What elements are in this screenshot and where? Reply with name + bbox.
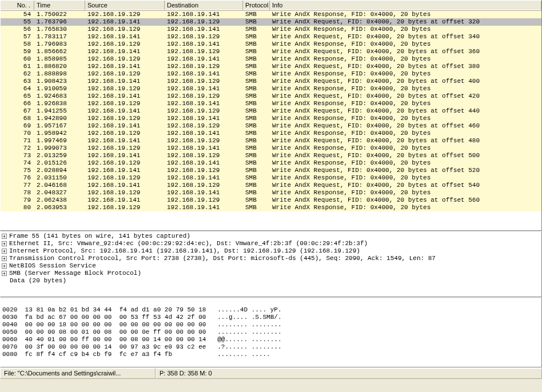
- packet-row[interactable]: 611.886820192.168.19.141192.168.19.129SM…: [1, 63, 541, 70]
- packet-row[interactable]: 661.926838192.168.19.129192.168.19.141SM…: [1, 100, 541, 107]
- cell-src: 192.168.19.141: [85, 182, 165, 189]
- cell-src: 192.168.19.129: [85, 70, 165, 78]
- cell-time: 1.924683: [34, 93, 85, 100]
- cell-no: 59: [1, 48, 34, 55]
- packet-row[interactable]: 631.908423192.168.19.141192.168.19.129SM…: [1, 78, 541, 85]
- packet-bytes-pane[interactable]: 0020 13 81 0a b2 01 bd 34 44 f4 ad d1 a0…: [0, 297, 542, 367]
- cell-no: 64: [1, 85, 34, 93]
- packet-details-pane[interactable]: +Frame 55 (141 bytes on wire, 141 bytes …: [0, 231, 542, 297]
- cell-proto: SMB: [243, 100, 270, 107]
- packet-row[interactable]: 711.997469192.168.19.141192.168.19.129SM…: [1, 137, 541, 145]
- cell-dst: 192.168.19.129: [165, 18, 243, 26]
- tree-label: Ethernet II, Src: Vmware_92:d4:ec (00:0c…: [9, 240, 368, 247]
- packet-row[interactable]: 601.858985192.168.19.129192.168.19.141SM…: [1, 55, 541, 63]
- cell-no: 72: [1, 145, 34, 152]
- column-header-info[interactable]: Info: [270, 1, 541, 10]
- packet-row[interactable]: 701.958942192.168.19.129192.168.19.141SM…: [1, 130, 541, 137]
- cell-info: Write AndX Request, FID: 0x4000, 20 byte…: [270, 63, 541, 70]
- cell-dst: 192.168.19.141: [165, 41, 243, 48]
- hex-line[interactable]: 0070 00 3f 00 00 00 00 00 14 00 97 a3 9c…: [1, 343, 541, 351]
- packet-row[interactable]: 762.031150192.168.19.129192.168.19.141SM…: [1, 174, 541, 182]
- cell-proto: SMB: [243, 122, 270, 130]
- hex-line[interactable]: 0020 13 81 0a b2 01 bd 34 44 f4 ad d1 a0…: [1, 306, 541, 314]
- hex-line[interactable]: 0040 00 00 00 18 00 00 00 00 00 00 00 00…: [1, 321, 541, 329]
- expand-icon[interactable]: +: [2, 263, 7, 269]
- column-header-source[interactable]: Source: [85, 1, 165, 10]
- expand-icon[interactable]: +: [2, 256, 7, 261]
- protocol-tree-item[interactable]: +Transmission Control Protocol, Src Port…: [1, 255, 541, 262]
- cell-dst: 192.168.19.129: [165, 78, 243, 85]
- expand-icon[interactable]: +: [2, 249, 7, 254]
- hex-line[interactable]: 0050 00 00 00 08 00 01 00 08 00 00 0e ff…: [1, 329, 541, 336]
- packet-row[interactable]: 541.750022192.168.19.129192.168.19.141SM…: [1, 11, 541, 18]
- protocol-tree-item[interactable]: +Ethernet II, Src: Vmware_92:d4:ec (00:0…: [1, 240, 541, 247]
- packet-row[interactable]: 752.028894192.168.19.141192.168.19.129SM…: [1, 167, 541, 174]
- cell-time: 1.886820: [34, 63, 85, 70]
- cell-proto: SMB: [243, 189, 270, 197]
- column-header-time[interactable]: Time: [34, 1, 85, 10]
- cell-info: Write AndX Response, FID: 0x4000, 20 byt…: [270, 85, 541, 93]
- hex-line[interactable]: 0060 40 40 01 00 00 ff 00 00 00 08 00 14…: [1, 336, 541, 343]
- packet-row[interactable]: 651.924683192.168.19.141192.168.19.129SM…: [1, 93, 541, 100]
- packet-row[interactable]: 671.941255192.168.19.141192.168.19.129SM…: [1, 107, 541, 115]
- cell-no: 79: [1, 197, 34, 204]
- cell-info: Write AndX Request, FID: 0x4000, 20 byte…: [270, 48, 541, 55]
- cell-no: 66: [1, 100, 34, 107]
- packet-row[interactable]: 621.888898192.168.19.129192.168.19.141SM…: [1, 70, 541, 78]
- packet-row[interactable]: 792.062438192.168.19.141192.168.19.129SM…: [1, 197, 541, 204]
- cell-time: 2.028894: [34, 167, 85, 174]
- cell-dst: 192.168.19.141: [165, 159, 243, 167]
- cell-proto: SMB: [243, 159, 270, 167]
- cell-no: 73: [1, 152, 34, 159]
- tree-label: SMB (Server Message Block Protocol): [9, 270, 141, 277]
- column-header-destination[interactable]: Destination: [165, 1, 243, 10]
- cell-time: 1.796983: [34, 41, 85, 48]
- expand-icon[interactable]: +: [2, 234, 7, 239]
- hex-line[interactable]: 0030 fa bd ac 67 00 00 00 00 00 53 ff 53…: [1, 314, 541, 321]
- column-header-no[interactable]: No. .: [1, 1, 34, 10]
- cell-time: 1.999073: [34, 145, 85, 152]
- cell-dst: 192.168.19.129: [165, 137, 243, 145]
- packet-row[interactable]: 691.957167192.168.19.141192.168.19.129SM…: [1, 122, 541, 130]
- expand-icon[interactable]: +: [2, 271, 7, 276]
- cell-dst: 192.168.19.141: [165, 85, 243, 93]
- packet-row[interactable]: 742.015126192.168.19.129192.168.19.141SM…: [1, 159, 541, 167]
- protocol-tree-item[interactable]: +Internet Protocol, Src: 192.168.19.141 …: [1, 247, 541, 255]
- packet-rows[interactable]: 541.750022192.168.19.129192.168.19.141SM…: [1, 11, 541, 230]
- packet-row[interactable]: 732.013259192.168.19.141192.168.19.129SM…: [1, 152, 541, 159]
- protocol-tree-item[interactable]: +NetBIOS Session Service: [1, 262, 541, 270]
- packet-row[interactable]: 641.910059192.168.19.129192.168.19.141SM…: [1, 85, 541, 93]
- hex-line[interactable]: 0080 fc 8f f4 cf c9 b4 cb f9 fc e7 a3 f4…: [1, 351, 541, 358]
- packet-row[interactable]: 551.763796192.168.19.141192.168.19.129SM…: [1, 18, 541, 26]
- packet-row[interactable]: 561.765830192.168.19.129192.168.19.141SM…: [1, 26, 541, 33]
- cell-proto: SMB: [243, 182, 270, 189]
- expand-icon[interactable]: +: [2, 241, 7, 246]
- protocol-tree-item[interactable]: +SMB (Server Message Block Protocol): [1, 270, 541, 277]
- cell-src: 192.168.19.129: [85, 26, 165, 33]
- packet-row[interactable]: 721.999073192.168.19.129192.168.19.141SM…: [1, 145, 541, 152]
- cell-info: Write AndX Request, FID: 0x4000, 20 byte…: [270, 167, 541, 174]
- cell-info: Write AndX Request, FID: 0x4000, 20 byte…: [270, 107, 541, 115]
- cell-src: 192.168.19.129: [85, 85, 165, 93]
- protocol-tree-item[interactable]: +Frame 55 (141 bytes on wire, 141 bytes …: [1, 233, 541, 240]
- cell-info: Write AndX Response, FID: 0x4000, 20 byt…: [270, 41, 541, 48]
- cell-time: 1.941255: [34, 107, 85, 115]
- cell-info: Write AndX Response, FID: 0x4000, 20 byt…: [270, 174, 541, 182]
- packet-row[interactable]: 581.796983192.168.19.129192.168.19.141SM…: [1, 41, 541, 48]
- cell-src: 192.168.19.129: [85, 100, 165, 107]
- cell-dst: 192.168.19.141: [165, 189, 243, 197]
- packet-row[interactable]: 681.942890192.168.19.129192.168.19.141SM…: [1, 115, 541, 122]
- cell-proto: SMB: [243, 70, 270, 78]
- packet-row[interactable]: 782.048327192.168.19.129192.168.19.141SM…: [1, 189, 541, 197]
- packet-row[interactable]: 802.063953192.168.19.129192.168.19.141SM…: [1, 204, 541, 211]
- cell-dst: 192.168.19.141: [165, 55, 243, 63]
- packet-row[interactable]: 772.046168192.168.19.141192.168.19.129SM…: [1, 182, 541, 189]
- cell-time: 1.908423: [34, 78, 85, 85]
- cell-time: 1.888898: [34, 70, 85, 78]
- packet-row[interactable]: 571.783117192.168.19.141192.168.19.129SM…: [1, 33, 541, 41]
- protocol-tree-item[interactable]: Data (20 bytes): [1, 277, 541, 285]
- column-header-protocol[interactable]: Protocol: [243, 1, 270, 10]
- cell-proto: SMB: [243, 197, 270, 204]
- packet-row[interactable]: 591.856662192.168.19.141192.168.19.129SM…: [1, 48, 541, 55]
- cell-time: 2.046168: [34, 182, 85, 189]
